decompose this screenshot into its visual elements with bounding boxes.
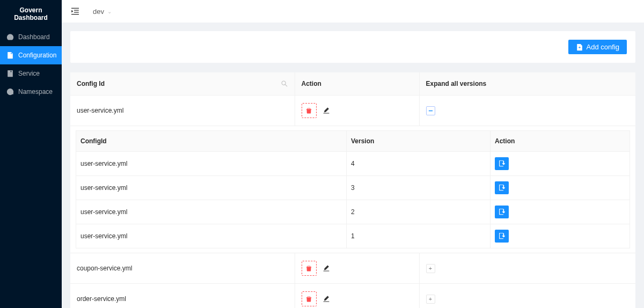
nested-versions-table: ConfigIdVersionActionuser-service.yml4us… [70, 126, 635, 253]
action-bar-card: Add config [70, 31, 635, 63]
topbar: dev ⌄ [62, 0, 644, 23]
expanded-row: ConfigIdVersionActionuser-service.yml4us… [70, 126, 635, 253]
nested-row: user-service.yml4 [76, 152, 630, 176]
rollback-button[interactable] [495, 157, 509, 170]
column-header-action: Action [295, 72, 419, 96]
svg-rect-0 [428, 110, 432, 111]
content-area: Add config Config Id Action Expand all v [62, 23, 644, 308]
sidebar-item-label: Configuration [18, 52, 56, 59]
nested-action [491, 152, 630, 176]
sidebar-item-configuration[interactable]: Configuration [0, 46, 62, 64]
delete-button[interactable] [302, 291, 317, 306]
nested-row: user-service.yml2 [76, 200, 630, 224]
env-value: dev [93, 8, 104, 16]
add-config-label: Add config [587, 43, 619, 51]
table-row: coupon-service.yml+ [70, 253, 635, 284]
action-cell [295, 96, 419, 126]
chevron-down-icon: ⌄ [107, 9, 112, 14]
nested-version: 4 [347, 152, 491, 176]
sidebar-item-label: Namespace [18, 88, 53, 96]
edit-button[interactable] [319, 261, 334, 276]
column-header-config-id: Config Id [70, 72, 295, 96]
action-cell [295, 284, 419, 309]
nested-config-id: user-service.yml [76, 152, 347, 176]
nested-version: 1 [347, 224, 491, 248]
nested-column-version: Version [347, 131, 491, 152]
config-id-cell: order-service.yml [70, 284, 295, 309]
expand-cell: + [419, 253, 635, 284]
expand-cell [419, 96, 635, 126]
edit-button[interactable] [319, 291, 334, 306]
app-title: Govern Dashboard [0, 0, 62, 28]
expand-row-button[interactable]: + [426, 295, 435, 304]
sidebar-item-dashboard[interactable]: Dashboard [0, 28, 62, 46]
dashboard-icon [6, 33, 14, 41]
book-icon [6, 70, 14, 77]
config-table: Config Id Action Expand all versions use… [70, 72, 635, 308]
rollback-button[interactable] [495, 230, 509, 243]
file-add-icon [576, 43, 583, 51]
sidebar: Govern Dashboard Dashboard Configuration… [0, 0, 62, 308]
expand-row-button[interactable]: + [426, 264, 435, 273]
nested-row: user-service.yml1 [76, 224, 630, 248]
nested-version: 3 [347, 176, 491, 200]
delete-button[interactable] [302, 103, 317, 118]
table-row: order-service.yml+ [70, 284, 635, 309]
nested-action [491, 176, 630, 200]
column-header-expand: Expand all versions [419, 72, 635, 96]
config-id-cell: coupon-service.yml [70, 253, 295, 284]
file-icon [6, 52, 14, 59]
collapse-row-button[interactable] [426, 106, 435, 115]
edit-button[interactable] [319, 103, 334, 118]
nested-action [491, 224, 630, 248]
sidebar-item-namespace[interactable]: Namespace [0, 83, 62, 101]
deployment-icon [6, 88, 14, 96]
action-cell [295, 253, 419, 284]
collapse-icon[interactable] [70, 6, 80, 16]
nested-column-action: Action [491, 131, 630, 152]
nested-column-config-id: ConfigId [76, 131, 347, 152]
main-area: dev ⌄ Add config Config Id [62, 0, 644, 308]
rollback-button[interactable] [495, 181, 509, 194]
nested-action [491, 200, 630, 224]
sidebar-item-label: Dashboard [18, 33, 50, 41]
nested-config-id: user-service.yml [76, 176, 347, 200]
nested-config-id: user-service.yml [76, 200, 347, 224]
add-config-button[interactable]: Add config [568, 40, 627, 54]
config-id-cell: user-service.yml [70, 96, 295, 126]
expand-cell: + [419, 284, 635, 309]
nested-row: user-service.yml3 [76, 176, 630, 200]
nested-version: 2 [347, 200, 491, 224]
nested-config-id: user-service.yml [76, 224, 347, 248]
sidebar-item-label: Service [18, 70, 40, 77]
env-selector[interactable]: dev ⌄ [93, 8, 112, 16]
sidebar-item-service[interactable]: Service [0, 64, 62, 83]
search-icon[interactable] [281, 80, 288, 87]
delete-button[interactable] [302, 261, 317, 276]
rollback-button[interactable] [495, 206, 509, 218]
table-row: user-service.yml [70, 96, 635, 126]
